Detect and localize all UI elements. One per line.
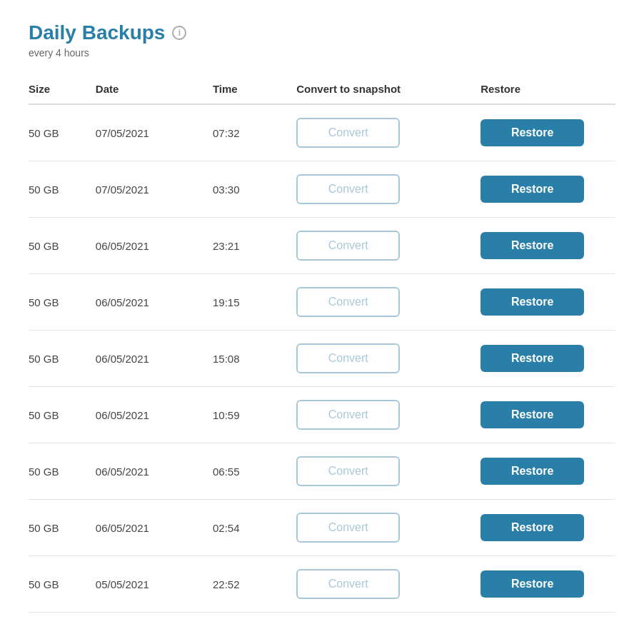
cell-time: 10:59 bbox=[213, 387, 296, 443]
restore-button[interactable]: Restore bbox=[481, 288, 584, 316]
convert-button[interactable]: Convert bbox=[296, 231, 400, 261]
table-header: Size Date Time Convert to snapshot Resto… bbox=[29, 76, 615, 104]
cell-size: 50 GB bbox=[29, 104, 96, 161]
cell-restore: Restore bbox=[481, 218, 615, 274]
convert-button[interactable]: Convert bbox=[296, 287, 400, 317]
cell-time: 23:21 bbox=[213, 218, 296, 274]
cell-convert: Convert bbox=[296, 500, 481, 556]
cell-size: 50 GB bbox=[29, 331, 96, 387]
cell-size: 50 GB bbox=[29, 387, 96, 443]
cell-restore: Restore bbox=[481, 387, 615, 443]
cell-restore: Restore bbox=[481, 161, 615, 218]
cell-size: 50 GB bbox=[29, 556, 96, 613]
cell-convert: Convert bbox=[296, 443, 481, 500]
page-title-text: Daily Backups bbox=[29, 21, 165, 44]
cell-restore: Restore bbox=[481, 556, 615, 613]
cell-size: 50 GB bbox=[29, 443, 96, 500]
cell-convert: Convert bbox=[296, 331, 481, 387]
convert-button[interactable]: Convert bbox=[296, 400, 400, 430]
cell-size: 50 GB bbox=[29, 274, 96, 331]
page-title: Daily Backups i bbox=[29, 21, 615, 44]
cell-size: 50 GB bbox=[29, 500, 96, 556]
convert-button[interactable]: Convert bbox=[296, 343, 400, 373]
cell-date: 06/05/2021 bbox=[96, 500, 213, 556]
cell-time: 15:08 bbox=[213, 331, 296, 387]
col-header-date: Date bbox=[96, 76, 213, 104]
restore-button[interactable]: Restore bbox=[481, 514, 584, 541]
restore-button[interactable]: Restore bbox=[481, 176, 584, 203]
cell-size: 50 GB bbox=[29, 161, 96, 218]
cell-restore: Restore bbox=[481, 104, 615, 161]
table-row: 50 GB06/05/202123:21ConvertRestore bbox=[29, 218, 615, 274]
cell-convert: Convert bbox=[296, 556, 481, 613]
cell-convert: Convert bbox=[296, 161, 481, 218]
restore-button[interactable]: Restore bbox=[481, 119, 584, 146]
cell-time: 02:54 bbox=[213, 500, 296, 556]
col-header-size: Size bbox=[29, 76, 96, 104]
col-header-restore: Restore bbox=[481, 76, 615, 104]
cell-date: 05/05/2021 bbox=[96, 556, 213, 613]
backups-table: Size Date Time Convert to snapshot Resto… bbox=[29, 76, 615, 613]
cell-time: 06:55 bbox=[213, 443, 296, 500]
cell-date: 06/05/2021 bbox=[96, 218, 213, 274]
cell-date: 06/05/2021 bbox=[96, 331, 213, 387]
cell-date: 06/05/2021 bbox=[96, 443, 213, 500]
table-row: 50 GB06/05/202102:54ConvertRestore bbox=[29, 500, 615, 556]
cell-restore: Restore bbox=[481, 443, 615, 500]
convert-button[interactable]: Convert bbox=[296, 456, 400, 486]
cell-size: 50 GB bbox=[29, 218, 96, 274]
restore-button[interactable]: Restore bbox=[481, 570, 584, 598]
cell-date: 06/05/2021 bbox=[96, 387, 213, 443]
cell-convert: Convert bbox=[296, 218, 481, 274]
convert-button[interactable]: Convert bbox=[296, 513, 400, 543]
col-header-convert: Convert to snapshot bbox=[296, 76, 481, 104]
table-row: 50 GB05/05/202122:52ConvertRestore bbox=[29, 556, 615, 613]
cell-convert: Convert bbox=[296, 387, 481, 443]
restore-button[interactable]: Restore bbox=[481, 458, 584, 485]
convert-button[interactable]: Convert bbox=[296, 118, 400, 148]
restore-button[interactable]: Restore bbox=[481, 401, 584, 428]
restore-button[interactable]: Restore bbox=[481, 345, 584, 372]
cell-date: 07/05/2021 bbox=[96, 104, 213, 161]
cell-convert: Convert bbox=[296, 104, 481, 161]
table-row: 50 GB06/05/202106:55ConvertRestore bbox=[29, 443, 615, 500]
cell-time: 22:52 bbox=[213, 556, 296, 613]
table-body: 50 GB07/05/202107:32ConvertRestore50 GB0… bbox=[29, 104, 615, 613]
info-icon[interactable]: i bbox=[172, 26, 186, 40]
table-row: 50 GB06/05/202115:08ConvertRestore bbox=[29, 331, 615, 387]
table-row: 50 GB07/05/202107:32ConvertRestore bbox=[29, 104, 615, 161]
cell-restore: Restore bbox=[481, 274, 615, 331]
convert-button[interactable]: Convert bbox=[296, 174, 400, 204]
convert-button[interactable]: Convert bbox=[296, 569, 400, 599]
table-row: 50 GB07/05/202103:30ConvertRestore bbox=[29, 161, 615, 218]
cell-date: 06/05/2021 bbox=[96, 274, 213, 331]
cell-restore: Restore bbox=[481, 500, 615, 556]
cell-date: 07/05/2021 bbox=[96, 161, 213, 218]
page-header: Daily Backups i every 4 hours bbox=[29, 21, 615, 59]
col-header-time: Time bbox=[213, 76, 296, 104]
cell-time: 19:15 bbox=[213, 274, 296, 331]
cell-restore: Restore bbox=[481, 331, 615, 387]
table-row: 50 GB06/05/202110:59ConvertRestore bbox=[29, 387, 615, 443]
cell-time: 07:32 bbox=[213, 104, 296, 161]
subtitle: every 4 hours bbox=[29, 47, 615, 59]
restore-button[interactable]: Restore bbox=[481, 232, 584, 259]
table-row: 50 GB06/05/202119:15ConvertRestore bbox=[29, 274, 615, 331]
cell-time: 03:30 bbox=[213, 161, 296, 218]
cell-convert: Convert bbox=[296, 274, 481, 331]
